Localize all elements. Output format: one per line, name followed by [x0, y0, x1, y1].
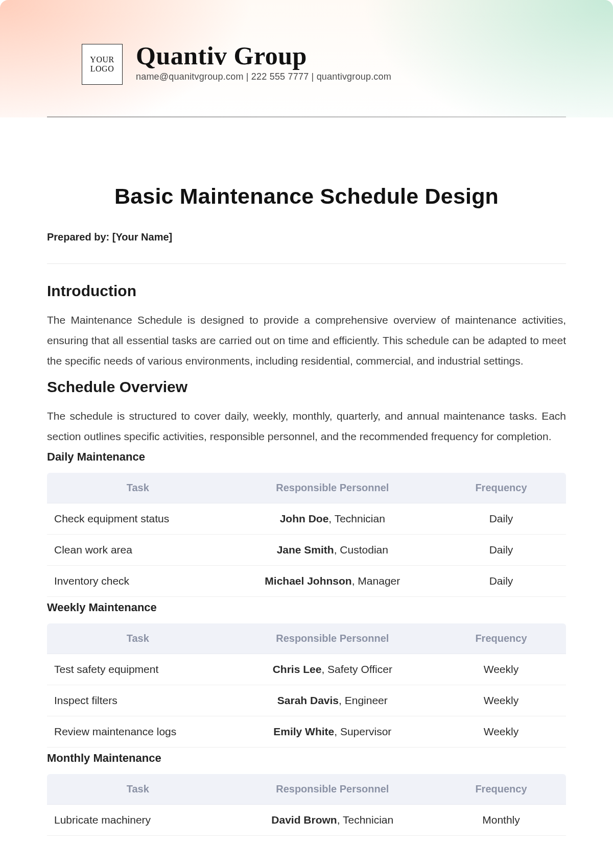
company-contact-line: name@quanitvgroup.com | 222 555 7777 | q… — [136, 71, 531, 82]
person-name: David Brown — [271, 814, 337, 826]
logo-placeholder: YOUR LOGO — [82, 44, 123, 85]
th-freq: Frequency — [436, 774, 566, 805]
person-role: Safety Officer — [327, 663, 392, 675]
th-freq: Frequency — [436, 473, 566, 503]
table-daily: Task Responsible Personnel Frequency Che… — [47, 473, 566, 597]
cell-person: John Doe, Technician — [229, 503, 436, 535]
table-row: Check equipment status John Doe, Technic… — [47, 503, 566, 535]
cell-person: Emily White, Supervisor — [229, 716, 436, 748]
person-name: Emily White — [273, 726, 334, 737]
cell-freq: Daily — [436, 535, 566, 566]
cell-freq: Weekly — [436, 654, 566, 685]
header-divider — [47, 116, 566, 117]
person-role: Supervisor — [340, 726, 391, 737]
cell-task: Lubricate machinery — [47, 805, 229, 836]
table-row: Review maintenance logs Emily White, Sup… — [47, 716, 566, 748]
cell-task: Inventory check — [47, 566, 229, 597]
person-name: John Doe — [280, 513, 329, 524]
cell-person: Chris Lee, Safety Officer — [229, 654, 436, 685]
th-person: Responsible Personnel — [229, 473, 436, 503]
cell-task: Check equipment status — [47, 503, 229, 535]
heading-introduction: Introduction — [47, 282, 566, 300]
person-name: Michael Johnson — [265, 575, 351, 587]
table-row: Clean work area Jane Smith, Custodian Da… — [47, 535, 566, 566]
cell-freq: Monthly — [436, 805, 566, 836]
cell-person: Sarah Davis, Engineer — [229, 685, 436, 716]
logo-text: YOUR LOGO — [90, 55, 114, 74]
table-header-row: Task Responsible Personnel Frequency — [47, 774, 566, 805]
th-task: Task — [47, 774, 229, 805]
cell-person: Jane Smith, Custodian — [229, 535, 436, 566]
th-freq: Frequency — [436, 623, 566, 654]
company-block: Quantiv Group name@quanitvgroup.com | 22… — [136, 41, 531, 82]
overview-text: The schedule is structured to cover dail… — [47, 406, 566, 447]
prepared-by-line: Prepared by: [Your Name] — [47, 231, 566, 243]
person-name: Sarah Davis — [277, 694, 339, 706]
header-row: YOUR LOGO Quantiv Group name@quanitvgrou… — [82, 41, 531, 85]
section-divider — [47, 263, 566, 264]
person-role: Custodian — [340, 544, 388, 556]
cell-task: Review maintenance logs — [47, 716, 229, 748]
heading-monthly-maintenance: Monthly Maintenance — [47, 752, 566, 765]
table-row: Lubricate machinery David Brown, Technic… — [47, 805, 566, 836]
person-name: Chris Lee — [273, 663, 322, 675]
th-person: Responsible Personnel — [229, 774, 436, 805]
table-monthly: Task Responsible Personnel Frequency Lub… — [47, 774, 566, 836]
company-name: Quantiv Group — [136, 41, 531, 70]
cell-task: Clean work area — [47, 535, 229, 566]
intro-text: The Maintenance Schedule is designed to … — [47, 310, 566, 371]
th-task: Task — [47, 623, 229, 654]
letterhead-header: YOUR LOGO Quantiv Group name@quanitvgrou… — [0, 0, 613, 117]
table-row: Test safety equipment Chris Lee, Safety … — [47, 654, 566, 685]
cell-task: Test safety equipment — [47, 654, 229, 685]
person-name: Jane Smith — [277, 544, 334, 556]
table-row: Inspect filters Sarah Davis, Engineer We… — [47, 685, 566, 716]
th-person: Responsible Personnel — [229, 623, 436, 654]
person-role: Manager — [358, 575, 400, 587]
person-role: Engineer — [345, 694, 388, 706]
person-role: Technician — [343, 814, 393, 826]
heading-daily-maintenance: Daily Maintenance — [47, 450, 566, 464]
th-task: Task — [47, 473, 229, 503]
table-weekly: Task Responsible Personnel Frequency Tes… — [47, 623, 566, 748]
cell-freq: Daily — [436, 503, 566, 535]
table-header-row: Task Responsible Personnel Frequency — [47, 473, 566, 503]
cell-person: David Brown, Technician — [229, 805, 436, 836]
document-content: Basic Maintenance Schedule Design Prepar… — [0, 117, 613, 836]
table-row: Inventory check Michael Johnson, Manager… — [47, 566, 566, 597]
table-header-row: Task Responsible Personnel Frequency — [47, 623, 566, 654]
cell-freq: Weekly — [436, 685, 566, 716]
heading-weekly-maintenance: Weekly Maintenance — [47, 601, 566, 614]
document-page: YOUR LOGO Quantiv Group name@quanitvgrou… — [0, 0, 613, 868]
document-title: Basic Maintenance Schedule Design — [47, 184, 566, 209]
heading-overview: Schedule Overview — [47, 378, 566, 396]
person-role: Technician — [335, 513, 385, 524]
cell-person: Michael Johnson, Manager — [229, 566, 436, 597]
cell-freq: Weekly — [436, 716, 566, 748]
cell-freq: Daily — [436, 566, 566, 597]
cell-task: Inspect filters — [47, 685, 229, 716]
